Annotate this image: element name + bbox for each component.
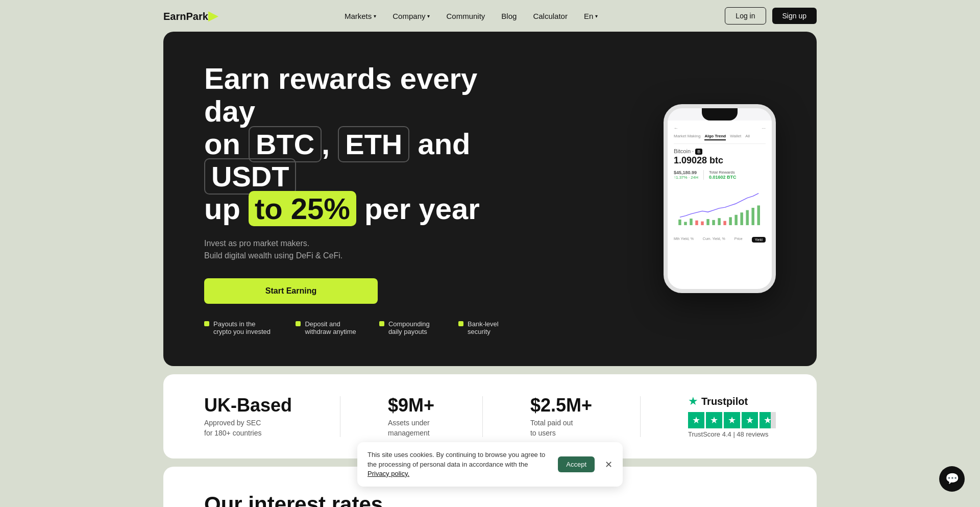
nav-calculator[interactable]: Calculator bbox=[533, 12, 568, 20]
phone-tabs: Market Making Algo Trend Wallet All bbox=[674, 134, 766, 144]
svg-rect-2 bbox=[690, 219, 693, 226]
feature-payouts: Payouts in the crypto you invested bbox=[204, 320, 275, 335]
svg-rect-6 bbox=[712, 220, 715, 225]
star-3: ★ bbox=[724, 412, 740, 428]
star-2: ★ bbox=[706, 412, 722, 428]
stat-paid: $2.5M+ Total paid outto users bbox=[530, 395, 592, 438]
svg-rect-14 bbox=[757, 206, 760, 226]
privacy-policy-link[interactable]: Privacy policy. bbox=[368, 470, 409, 477]
svg-rect-7 bbox=[718, 219, 721, 226]
chevron-down-icon: ▾ bbox=[374, 13, 376, 19]
chevron-down-icon: ▾ bbox=[427, 13, 430, 19]
feature-dot-icon bbox=[379, 321, 384, 326]
header: EarnPark▶ Markets ▾ Company ▾ Community … bbox=[0, 0, 980, 32]
main-nav: Markets ▾ Company ▾ Community Blog Calcu… bbox=[345, 12, 598, 20]
trustpilot-score: TrustScore 4.4 | 48 reviews bbox=[688, 430, 769, 438]
phone-stats: $45,180.99 ↑1.37% · 24H Total Rewards 0.… bbox=[674, 170, 766, 180]
phone-notch bbox=[702, 108, 738, 120]
feature-deposit: Deposit and withdraw anytime bbox=[296, 320, 359, 335]
chevron-down-icon: ▾ bbox=[595, 13, 598, 19]
svg-rect-5 bbox=[706, 220, 709, 226]
svg-rect-8 bbox=[723, 221, 726, 225]
feature-dot-icon bbox=[204, 321, 209, 326]
star-1: ★ bbox=[688, 412, 704, 428]
stat-value: $9M+ bbox=[388, 395, 434, 416]
trustpilot-star-icon: ★ bbox=[688, 395, 698, 408]
stat-label: Assets undermanagement bbox=[388, 418, 434, 438]
phone-bitcoin-amount: 1.09028 btc bbox=[674, 155, 766, 166]
nav-company[interactable]: Company ▾ bbox=[393, 12, 430, 20]
phone-bitcoin-label: Bitcoin · B bbox=[674, 148, 766, 154]
svg-rect-12 bbox=[746, 210, 749, 225]
chat-icon: 💬 bbox=[945, 472, 959, 486]
phone-mockup: ← ··· Market Making Algo Trend Wallet Al… bbox=[664, 104, 776, 293]
logo[interactable]: EarnPark▶ bbox=[163, 9, 217, 23]
close-icon: ✕ bbox=[605, 460, 612, 470]
login-button[interactable]: Log in bbox=[725, 7, 766, 25]
stat-label: Approved by SECfor 180+ countries bbox=[204, 418, 292, 438]
hero-features: Payouts in the crypto you invested Depos… bbox=[204, 320, 500, 335]
cookie-banner: This site uses cookies. By continuing to… bbox=[357, 442, 623, 487]
hero-subtitle: Invest as pro market makers. Build digit… bbox=[204, 237, 500, 262]
main-content: Earn rewards every day on BTC, ETH and U… bbox=[0, 32, 980, 507]
trustpilot-stars: ★ ★ ★ ★ ★ bbox=[688, 412, 776, 428]
star-5-half: ★ bbox=[760, 412, 776, 428]
svg-rect-0 bbox=[678, 220, 681, 225]
stat-divider bbox=[640, 396, 641, 437]
stat-assets: $9M+ Assets undermanagement bbox=[388, 395, 434, 438]
phone-bottom-tabs: Mth Yield, % Cum. Yield, % Price Yield bbox=[674, 237, 766, 243]
trustpilot-logo: ★ Trustpilot bbox=[688, 395, 748, 408]
stat-value: UK-Based bbox=[204, 395, 292, 416]
signup-button[interactable]: Sign up bbox=[772, 8, 817, 24]
svg-rect-4 bbox=[701, 222, 704, 225]
stat-uk-based: UK-Based Approved by SECfor 180+ countri… bbox=[204, 395, 292, 438]
svg-rect-1 bbox=[684, 222, 687, 225]
phone-chart bbox=[674, 185, 766, 231]
trustpilot-block: ★ Trustpilot ★ ★ ★ ★ ★ TrustScore 4.4 | … bbox=[688, 395, 776, 438]
svg-rect-10 bbox=[734, 215, 738, 225]
nav-markets[interactable]: Markets ▾ bbox=[345, 12, 376, 20]
stat-value: $2.5M+ bbox=[530, 395, 592, 416]
feature-dot-icon bbox=[296, 321, 301, 326]
stat-divider bbox=[340, 396, 340, 437]
cookie-close-button[interactable]: ✕ bbox=[605, 459, 612, 470]
stat-label: Total paid outto users bbox=[530, 418, 592, 438]
trustpilot-name: Trustpilot bbox=[701, 396, 748, 407]
feature-compounding: Compounding daily payouts bbox=[379, 320, 438, 335]
star-4: ★ bbox=[742, 412, 758, 428]
hero-content: Earn rewards every day on BTC, ETH and U… bbox=[204, 62, 500, 335]
nav-actions: Log in Sign up bbox=[725, 7, 817, 25]
cookie-accept-button[interactable]: Accept bbox=[558, 456, 595, 472]
start-earning-button[interactable]: Start Earning bbox=[204, 278, 378, 304]
nav-blog[interactable]: Blog bbox=[501, 12, 517, 20]
nav-community[interactable]: Community bbox=[446, 12, 485, 20]
logo-icon: EarnPark▶ bbox=[163, 9, 217, 23]
phone-screen: ← ··· Market Making Algo Trend Wallet Al… bbox=[668, 120, 772, 289]
hero-title: Earn rewards every day on BTC, ETH and U… bbox=[204, 62, 500, 225]
feature-dot-icon bbox=[458, 321, 463, 326]
hero-section: Earn rewards every day on BTC, ETH and U… bbox=[163, 32, 817, 366]
interest-title: Our interest rates bbox=[204, 492, 776, 507]
svg-rect-13 bbox=[751, 208, 754, 225]
svg-rect-11 bbox=[740, 213, 743, 226]
stat-divider bbox=[482, 396, 483, 437]
feature-security: Bank-level security bbox=[458, 320, 500, 335]
svg-rect-3 bbox=[695, 221, 698, 225]
nav-language[interactable]: En ▾ bbox=[584, 12, 598, 20]
svg-rect-9 bbox=[729, 218, 732, 226]
chat-widget-button[interactable]: 💬 bbox=[939, 466, 965, 492]
cookie-text: This site uses cookies. By continuing to… bbox=[368, 450, 548, 478]
